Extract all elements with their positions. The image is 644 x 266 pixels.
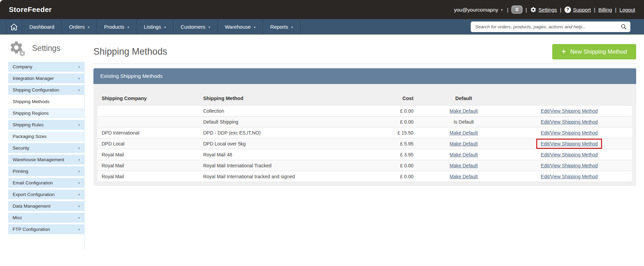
content: Settings Company▾Integration Manager▾Shi… (0, 35, 644, 250)
table-body: Collection£ 0.00Make DefaultEdit/View Sh… (98, 106, 632, 182)
column-header-shipping-method: Shipping Method (199, 88, 368, 106)
edit-view-shipping-method-link[interactable]: Edit/View Shipping Method (541, 130, 598, 136)
search-input[interactable] (471, 22, 630, 32)
sidebar-item-email-configuration[interactable]: Email Configuration▾ (8, 178, 84, 188)
app-logo[interactable]: StoreFeeder (9, 5, 52, 14)
edit-view-shipping-method-link[interactable]: Edit/View Shipping Method (541, 141, 598, 146)
nav-item-warehouse[interactable]: Warehouse▾ (218, 19, 263, 34)
sidebar-item-shipping-rules[interactable]: Shipping Rules▾ (8, 120, 84, 130)
nav-item-label: Products (104, 24, 124, 30)
sidebar-item-printing[interactable]: Printing▾ (8, 166, 84, 176)
sidebar-item-label: Security (13, 145, 29, 151)
make-default-link[interactable]: Make Default (450, 163, 478, 168)
shipping-method-cell: Default Shipping (199, 116, 368, 127)
home-button[interactable] (6, 19, 22, 34)
edit-view-shipping-method-link[interactable]: Edit/View Shipping Method (541, 163, 598, 168)
edit-view-shipping-method-link[interactable]: Edit/View Shipping Method (541, 152, 598, 157)
nav-item-label: Listings (144, 24, 161, 30)
make-default-link[interactable]: Make Default (450, 174, 478, 179)
default-cell: Make Default (421, 106, 507, 116)
billing-link[interactable]: Billing (598, 7, 612, 13)
chevron-down-icon: ▾ (78, 65, 80, 69)
chevron-down-icon: ▾ (127, 25, 129, 29)
table-row: DPD LocalDPD Local over 5kg£ 5.95Make De… (98, 138, 632, 149)
help-icon: ? (565, 6, 571, 13)
sidebar-item-security[interactable]: Security▾ (8, 143, 84, 153)
nav-item-dashboard[interactable]: Dashboard (22, 19, 62, 34)
action-cell: Edit/View Shipping Method (507, 106, 632, 116)
shipping-company-cell: DPD Local (98, 138, 199, 149)
sidebar-item-integration-manager[interactable]: Integration Manager▾ (8, 73, 84, 83)
sidebar-item-packaging-sizes[interactable]: Packaging Sizes (8, 131, 84, 141)
sidebar-item-label: Email Configuration (13, 180, 53, 185)
new-shipping-method-button[interactable]: + New Shipping Method (552, 44, 636, 59)
nav-item-label: Warehouse (225, 24, 251, 30)
make-default-link[interactable]: Make Default (450, 152, 478, 157)
sidebar-item-company[interactable]: Company▾ (8, 62, 84, 72)
sidebar-item-data-management[interactable]: Data Management▾ (8, 201, 84, 211)
search-icon[interactable] (620, 24, 627, 30)
existing-shipping-methods-panel: Existing Shipping Methods Shipping Compa… (93, 68, 636, 186)
sidebar-item-label: Company (13, 64, 32, 69)
shipping-methods-table: Shipping Company Shipping Method Cost De… (98, 88, 632, 182)
nav-item-products[interactable]: Products▾ (97, 19, 136, 34)
settings-link[interactable]: Settings (539, 7, 557, 13)
default-cell: Make Default (421, 171, 507, 182)
chevron-down-icon: ▾ (254, 25, 255, 29)
sidebar-item-label: Export Configuration (13, 192, 55, 197)
sidebar-item-label: Integration Manager (13, 76, 54, 81)
main-header: Shipping Methods + New Shipping Method (93, 44, 636, 59)
sidebar-item-shipping-regions[interactable]: Shipping Regions (8, 108, 84, 118)
table-row: Royal MailRoyal Mail 48£ 3.95Make Defaul… (98, 149, 632, 160)
gear-icon (530, 6, 537, 13)
default-cell: Make Default (421, 160, 507, 171)
main-nav: DashboardOrders▾Products▾Listings▾Custom… (0, 19, 644, 35)
sidebar-item-misc[interactable]: Misc▾ (8, 213, 84, 223)
is-default-label: Is Default (454, 119, 474, 125)
default-cell: Make Default (421, 138, 507, 149)
sidebar-item-export-configuration[interactable]: Export Configuration▾ (8, 190, 84, 199)
make-default-link[interactable]: Make Default (450, 130, 478, 136)
logout-link[interactable]: Logout (619, 7, 635, 13)
chevron-down-icon: ▾ (78, 158, 80, 162)
default-cell: Make Default (421, 127, 507, 138)
chevron-down-icon: ▾ (501, 8, 502, 12)
sidebar-item-shipping-configuration[interactable]: Shipping Configuration▾ (8, 85, 84, 95)
action-cell: Edit/View Shipping Method (507, 171, 632, 182)
sidebar-item-warehouse-management[interactable]: Warehouse Management▾ (8, 155, 84, 165)
sidebar-item-ftp-configuration[interactable]: FTP Configuration▾ (8, 224, 84, 234)
shipping-method-cell: Royal Mail International Tracked (199, 160, 368, 171)
separator: | (526, 7, 527, 13)
action-cell: Edit/View Shipping Method (507, 116, 632, 127)
main-area: Shipping Methods + New Shipping Method E… (93, 39, 636, 186)
chevron-down-icon: ▾ (164, 25, 166, 29)
edit-view-shipping-method-link[interactable]: Edit/View Shipping Method (541, 174, 598, 179)
edit-view-shipping-method-link[interactable]: Edit/View Shipping Method (541, 119, 598, 125)
nav-item-reports[interactable]: Reports▾ (263, 19, 301, 34)
user-menu[interactable]: you@yourcomapny ▾ (454, 7, 503, 13)
table-row: Default Shipping£ 0.00Is DefaultEdit/Vie… (98, 116, 632, 127)
support-link[interactable]: Support (573, 7, 591, 13)
sidebar-item-label: Warehouse Management (13, 157, 64, 162)
make-default-link[interactable]: Make Default (450, 108, 478, 114)
shipping-company-cell: DPD International (98, 127, 199, 138)
nav-item-listings[interactable]: Listings▾ (137, 19, 174, 34)
sidebar-item-label: Shipping Configuration (13, 87, 59, 93)
nav-item-customers[interactable]: Customers▾ (173, 19, 218, 34)
nav-item-orders[interactable]: Orders▾ (62, 19, 97, 34)
edit-view-shipping-method-link[interactable]: Edit/View Shipping Method (541, 108, 598, 114)
settings-gear-icon (9, 40, 25, 56)
sidebar-item-shipping-methods[interactable]: Shipping Methods (8, 97, 84, 107)
panel-body: Shipping Company Shipping Method Cost De… (93, 84, 636, 186)
column-header-default: Default (421, 88, 507, 106)
settings-sidebar: Settings Company▾Integration Manager▾Shi… (8, 39, 85, 250)
notification-count-badge[interactable]: 0 (511, 5, 522, 14)
column-header-shipping-company: Shipping Company (98, 88, 199, 106)
cost-cell: £ 0.00 (367, 171, 421, 182)
make-default-link[interactable]: Make Default (450, 141, 478, 146)
table-row: Royal MailRoyal Mail International Track… (98, 160, 632, 171)
cost-cell: £ 0.00 (367, 160, 421, 171)
new-shipping-method-label: New Shipping Method (570, 48, 627, 55)
separator: | (615, 7, 616, 13)
sidebar-item-label: Shipping Regions (13, 111, 49, 116)
